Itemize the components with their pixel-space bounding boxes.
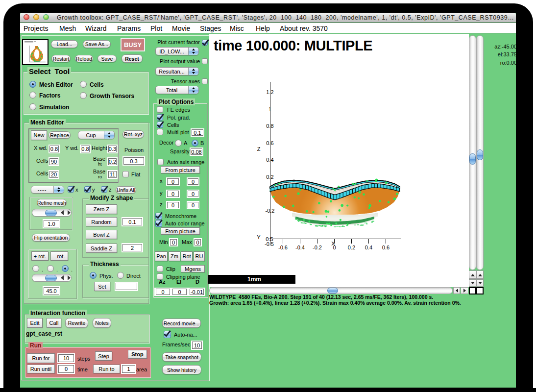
svg-text:0.6: 0.6 xyxy=(266,140,273,146)
svg-text:0.4: 0.4 xyxy=(266,157,273,163)
svg-text:0.6: 0.6 xyxy=(382,245,390,250)
svg-text:-0.4: -0.4 xyxy=(295,245,305,250)
svg-text:0.2: 0.2 xyxy=(266,174,273,180)
svg-text:Y: Y xyxy=(257,234,261,240)
svg-text:0.2: 0.2 xyxy=(348,245,355,250)
svg-text:0.4: 0.4 xyxy=(365,245,372,250)
svg-text:-0.5: -0.5 xyxy=(265,241,274,247)
svg-text:-0.2: -0.2 xyxy=(313,245,322,250)
svg-text:-0.6: -0.6 xyxy=(278,245,288,250)
svg-text:0: 0 xyxy=(333,245,336,250)
svg-text:Z: Z xyxy=(257,146,261,152)
svg-text:1: 1 xyxy=(268,106,271,112)
svg-text:1.2: 1.2 xyxy=(266,89,273,95)
svg-text:-0.2: -0.2 xyxy=(266,208,275,214)
svg-text:0.8: 0.8 xyxy=(266,123,273,129)
